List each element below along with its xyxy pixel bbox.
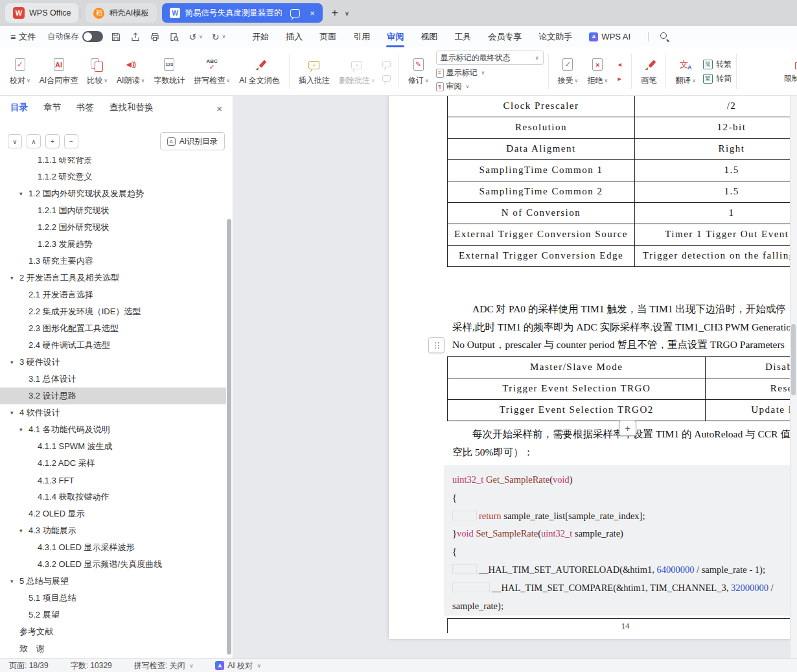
spell-check-indicator[interactable]: 拼写检查: 关闭∨ [134,660,194,671]
toc-item[interactable]: 5.2 展望 [0,607,226,623]
code-line[interactable]: uint32_t Get_SampleRate(void) [452,471,797,489]
home-tab[interactable]: W WPS Office [5,3,78,23]
spell-check-button[interactable]: ABC✓ 拼写检查∨ [189,55,235,88]
menu-tab-开始[interactable]: 开始 [244,26,277,47]
toc-item[interactable]: 4.2 OLED 显示 [0,505,226,522]
collapse-arrow-icon[interactable]: ▾ [10,275,14,281]
table-cell[interactable]: Disable [706,357,797,378]
collapse-arrow-icon[interactable]: ▾ [10,578,14,585]
menu-tab-审阅[interactable]: 审阅 [378,26,412,47]
menu-tab-工具[interactable]: 工具 [446,26,479,47]
table-cell[interactable]: 1.5 [635,181,797,203]
menu-tab-视图[interactable]: 视图 [412,26,446,47]
document-scrollbar-thumb[interactable] [791,324,796,395]
document-tab[interactable]: W 简易信号失真度测量装置的 × [162,3,323,23]
toc-item[interactable]: 4.1.3 FFT [0,472,226,489]
to-simplified-button[interactable]: 繁 转简 [703,73,732,84]
toc-item[interactable]: 4.1.4 获取按键动作 [0,489,226,505]
delete-comment-button[interactable]: 删除批注∨ [334,55,380,88]
panel-tab-书签[interactable]: 书签 [76,102,94,115]
toc-item[interactable]: 3.1 总体设计 [0,371,226,388]
translate-button[interactable]: 文A 翻译∨ [671,55,700,88]
track-changes-button[interactable]: 修订∨ [404,55,433,88]
menu-tab-引用[interactable]: 引用 [345,26,378,47]
save-button[interactable] [110,32,122,42]
toc-item[interactable]: ▾4.1 各功能代码及说明 [0,421,226,438]
close-tab-icon[interactable]: × [310,8,315,18]
toc-item[interactable]: ▾5 总结与展望 [0,573,226,590]
code-line[interactable]: }void Set_SampleRate(uint32_t sample_rat… [452,525,797,543]
previous-revision-icon[interactable]: ◂ [614,60,625,69]
next-comment-icon[interactable] [382,74,392,84]
toc-item[interactable]: 2.4 硬件调试工具选型 [0,337,226,354]
ai-polish-button[interactable]: AI 全文润色 [235,55,284,88]
panel-tab-章节[interactable]: 章节 [43,102,61,115]
toc-item[interactable]: ▾2 开发语言工具及相关选型 [0,270,226,286]
table-cell[interactable]: 1.5 [635,160,797,181]
insert-comment-button[interactable]: 插入批注 [294,55,334,88]
word-count-indicator[interactable]: 字数: 10329 [71,660,112,671]
toc-item[interactable]: 3.2 设计思路 [0,388,226,404]
reject-revision-button[interactable]: 拒绝∨ [583,55,612,88]
toc-item[interactable]: 4.1.2 ADC 采样 [0,455,226,472]
undo-button[interactable]: ↺ ∨ [187,32,204,42]
code-line[interactable]: sample_rate); [452,597,797,616]
menu-tab-WPS AI[interactable]: AWPS AI [581,26,639,47]
ai-proofread-indicator[interactable]: A AI 校对∨ [215,660,261,671]
panel-tab-目录[interactable]: 目录 [10,102,28,115]
toc-item[interactable]: ▾4.3 功能展示 [0,522,226,539]
search-icon[interactable] [660,32,669,41]
comment-bubble-icon[interactable] [290,9,300,17]
toc-item[interactable]: 4.3.1 OLED 显示采样波形 [0,539,226,556]
template-tab[interactable]: 稻 稻壳AI模板 [86,3,157,23]
zoom-in-button[interactable]: + [45,134,60,148]
previous-comment-icon[interactable] [382,60,392,69]
show-markup-button[interactable]: 显示标记∨ [436,67,544,78]
document-scrollbar[interactable] [790,96,797,658]
redo-caret-icon[interactable]: ∨ [222,34,226,40]
toc-item[interactable]: 5.1 项目总结 [0,590,226,607]
menu-tab-插入[interactable]: 插入 [277,26,311,47]
table-cell[interactable]: 1 [635,203,797,224]
collapse-arrow-icon[interactable]: ▾ [10,410,14,416]
table-cell[interactable]: SamplingTime Common 1 [448,160,635,181]
doc-text-line[interactable]: 采样,此时 TIM1 的频率即为 ADC 实际采样率.设置 TIM1_CH3 P… [452,318,797,336]
doc-text-line[interactable]: No Output，prescaler 与 counter period 暂且不… [452,336,797,354]
sidebar-scrollbar[interactable] [227,157,232,658]
table-cell[interactable]: Trigger Event Selection TRGO2 [448,400,706,421]
collapse-all-button[interactable]: ∨ [8,134,22,148]
word-count-button[interactable]: 字数统计 [149,55,189,88]
toc-item[interactable]: 4.1.1 SPWM 波生成 [0,438,226,455]
next-revision-icon[interactable]: ▸ [614,74,625,84]
restrict-editing-button[interactable]: 限制编辑 [780,53,797,86]
table-cell[interactable]: External Trigger Conversion Source [448,224,635,246]
print-preview-button[interactable] [168,32,181,42]
table-cell[interactable]: Reset [706,378,797,400]
toc-item[interactable]: 4.3.2 OLED 显示频谱/失真度曲线 [0,556,226,573]
zoom-out-button[interactable]: − [64,134,78,148]
tab-list-caret-icon[interactable]: ∨ [345,10,349,17]
doc-text-line[interactable]: ADC 对 PA0 的采样使用 TIM1 触发，当 TIM1 出现下边沿时，开始… [452,300,797,318]
new-tab-button[interactable]: + [332,6,338,19]
table-cell[interactable]: Trigger detection on the falling edge [635,246,797,267]
toc-item[interactable]: 2.1 开发语言选择 [0,286,226,303]
toc-item[interactable]: 1.1.2 研究意义 [0,168,226,185]
toc-item[interactable]: 2.3 图形化配置工具选型 [0,320,226,337]
menu-tab-页面[interactable]: 页面 [311,26,345,47]
code-line[interactable]: __HAL_TIM_SET_AUTORELOAD(&htim1, 6400000… [452,561,797,579]
compare-button[interactable]: 比较∨ [82,55,112,88]
collapse-arrow-icon[interactable]: ▾ [19,527,23,534]
code-line[interactable]: { [452,489,797,507]
code-line[interactable]: __HAL_TIM_SET_COMPARE(&htim1, TIM_CHANNE… [452,579,797,597]
table-cell[interactable]: Data Aligment [448,139,635,160]
toc-item[interactable]: 1.1.1 研究背景 [0,157,226,168]
table-cell[interactable]: Update Event [706,400,797,421]
panel-tab-查找和替换[interactable]: 查找和替换 [110,102,154,115]
table-cell[interactable]: Trigger Event Selection TRGO [448,378,706,400]
collapse-arrow-icon[interactable]: ▾ [19,426,23,433]
toc-item[interactable]: ▾4 软件设计 [0,404,226,421]
expand-all-button[interactable]: ∧ [27,134,41,148]
code-block[interactable]: uint32_t Get_SampleRate(void){return sam… [444,465,797,616]
toc-item[interactable]: ▾3 硬件设计 [0,354,226,371]
redo-button[interactable]: ↻ ∨ [211,32,227,42]
